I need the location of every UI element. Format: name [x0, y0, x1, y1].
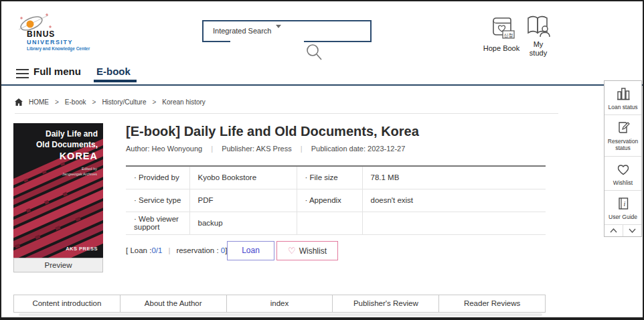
search-icon	[305, 43, 323, 62]
breadcrumb-ebook[interactable]: E-book	[65, 98, 86, 106]
book-author: Author: Heo Wonyoung	[126, 145, 202, 153]
search-box-gap	[230, 41, 304, 42]
logo-tagline-text: Library and Knowledge Center	[27, 46, 102, 51]
loan-status-text: [ Loan :0/1|reservation : 0]	[126, 246, 227, 254]
binus-logo[interactable]: BINUS UNIVERSITY Library and Knowledge C…	[15, 13, 102, 51]
loan-status-icon	[615, 86, 631, 102]
book-publisher: Publisher: AKS Press	[222, 145, 292, 153]
hope-book-label: Hope Book	[477, 44, 526, 53]
heart-icon: ♡	[288, 246, 296, 256]
chevron-down-icon	[276, 25, 281, 28]
meta-separator: |	[301, 145, 303, 153]
breadcrumb-divider	[15, 113, 558, 114]
chevron-down-icon	[629, 228, 636, 233]
my-study-icon	[525, 15, 552, 37]
detail-value: backup	[189, 212, 297, 234]
tab-reader-reviews[interactable]: Reader Reviews	[438, 295, 546, 313]
book-cover: Daily Life and Old Documents, KOREA Edit…	[13, 123, 103, 258]
search-category-dropdown[interactable]: Integrated Search	[213, 27, 271, 35]
reservation-status-icon	[615, 120, 631, 136]
home-icon[interactable]	[15, 98, 23, 106]
cover-title: Daily Life and Old Documents, KOREA	[36, 129, 98, 163]
breadcrumb-home[interactable]: HOME	[29, 98, 49, 106]
search-box[interactable]: Integrated Search	[202, 20, 372, 42]
breadcrumb-subcategory[interactable]: Korean history	[162, 98, 205, 106]
my-study-link[interactable]: My study	[521, 15, 556, 57]
detail-label: · Provided by	[126, 166, 189, 189]
detail-value: doesn't exist	[362, 189, 546, 212]
user-guide-icon: i	[615, 195, 631, 212]
cover-press-mark: AKS PRESS	[66, 246, 98, 252]
tab-ebook-underline	[94, 80, 137, 82]
detail-tabs: Content introduction About the Author in…	[13, 295, 546, 313]
sidebar-item-label: Wishlist	[606, 179, 640, 186]
scroll-down-button[interactable]	[623, 225, 641, 236]
detail-value: PDF	[189, 189, 297, 212]
search-button[interactable]	[305, 43, 323, 62]
book-pub-date: Publication date: 2023-12-27	[311, 145, 406, 153]
sidebar-item-wishlist[interactable]: Wishlist	[605, 157, 641, 191]
hope-book-badge-text: 신청	[504, 33, 513, 38]
svg-text:i: i	[623, 199, 625, 207]
quick-sidebar: Loan status Reservation status Wishlist …	[604, 80, 642, 237]
book-details-table: · Provided by Kyobo Bookstore · File siz…	[126, 165, 546, 235]
detail-value	[362, 212, 546, 234]
breadcrumb-separator: >	[55, 98, 59, 106]
breadcrumb-separator: >	[153, 98, 157, 106]
scroll-up-button[interactable]	[605, 225, 623, 236]
tabs-shadow	[19, 313, 542, 316]
breadcrumb-separator: >	[92, 98, 96, 106]
logo-brand-text: BINUS	[27, 29, 102, 39]
tab-index[interactable]: index	[226, 295, 333, 313]
wishlist-heart-icon	[615, 161, 631, 177]
sidebar-item-loan-status[interactable]: Loan status	[605, 81, 641, 115]
wishlist-button[interactable]: ♡Wishlist	[276, 241, 338, 260]
my-study-label-line2: study	[521, 49, 556, 58]
sidebar-item-label: User Guide	[606, 214, 640, 220]
sidebar-item-label: Reservation status	[606, 138, 640, 151]
hope-book-link[interactable]: 신청 Hope Book	[477, 15, 526, 53]
breadcrumb-category[interactable]: History/Culture	[102, 98, 146, 106]
hamburger-menu-icon[interactable]	[16, 69, 29, 81]
meta-separator: |	[211, 145, 213, 153]
header-divider	[1, 84, 644, 86]
my-study-label-line1: My	[521, 40, 556, 49]
sidebar-item-user-guide[interactable]: i User Guide	[605, 191, 641, 225]
ebook-detail-page: BINUS UNIVERSITY Library and Knowledge C…	[0, 0, 644, 320]
tab-publishers-review[interactable]: Publisher's Review	[332, 295, 439, 313]
page-title: [E-book] Daily Life and Old Documents, K…	[126, 124, 419, 139]
detail-label: · File size	[297, 166, 362, 189]
full-menu-button[interactable]: Full menu	[33, 66, 81, 77]
loan-count: 0/1	[151, 246, 162, 254]
chevron-up-icon	[610, 228, 617, 233]
detail-label	[297, 212, 362, 234]
sidebar-scroll-controls	[605, 225, 641, 236]
breadcrumb: HOME > E-book > History/Culture > Korean…	[15, 98, 206, 106]
preview-button[interactable]: Preview	[13, 258, 103, 272]
detail-label: · Appendix	[297, 189, 362, 212]
cover-editor: Edited by Jangseogak Archives	[62, 166, 97, 177]
loan-button[interactable]: Loan	[227, 241, 274, 260]
table-row: · Web viewer support backup	[126, 212, 546, 234]
detail-label: · Web viewer support	[126, 212, 189, 234]
hope-book-icon: 신청	[487, 15, 516, 42]
tab-ebook[interactable]: E-book	[96, 66, 131, 77]
book-meta: Author: Heo Wonyoung | Publisher: AKS Pr…	[126, 145, 405, 153]
tab-content-introduction[interactable]: Content introduction	[13, 295, 120, 313]
table-row: · Service type PDF · Appendix doesn't ex…	[126, 189, 546, 212]
sidebar-item-label: Loan status	[606, 104, 640, 110]
tab-about-the-author[interactable]: About the Author	[120, 295, 227, 313]
sidebar-item-reservation-status[interactable]: Reservation status	[605, 115, 641, 156]
logo-university-text: UNIVERSITY	[27, 39, 102, 46]
detail-value: 78.1 MB	[362, 166, 546, 189]
wishlist-button-label: Wishlist	[299, 246, 327, 256]
detail-value: Kyobo Bookstore	[189, 166, 297, 189]
detail-label: · Service type	[126, 189, 189, 212]
table-row: · Provided by Kyobo Bookstore · File siz…	[126, 166, 546, 189]
